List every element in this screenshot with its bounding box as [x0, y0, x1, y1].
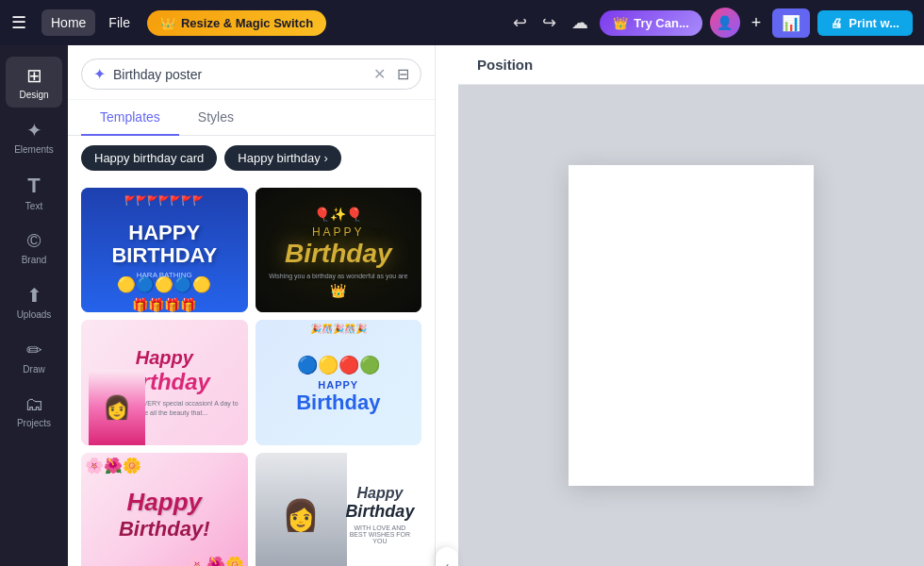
- ai-search-icon: ✦: [93, 65, 106, 83]
- print-button[interactable]: 🖨 Print w...: [817, 10, 913, 36]
- search-input[interactable]: [113, 67, 366, 82]
- card-6-birthday-text: Birthday: [345, 502, 414, 522]
- template-grid-container: 🚩🚩🚩🚩🚩🚩🚩 🟡🔵🟡🔵🟡 🎁🎁🎁🎁 HAPPY BIRTHDAY HARA B…: [68, 180, 435, 566]
- card-4-balloons: 🔵🟡🔴🟢: [297, 355, 380, 375]
- draw-icon: ✏: [26, 339, 42, 361]
- cloud-save-button[interactable]: ☁: [568, 8, 592, 37]
- card-2-tagline: Wishing you a birthday as wonderful as y…: [269, 273, 407, 279]
- canvas-header: Position: [458, 45, 924, 85]
- tab-styles[interactable]: Styles: [179, 100, 253, 136]
- template-grid: 🚩🚩🚩🚩🚩🚩🚩 🟡🔵🟡🔵🟡 🎁🎁🎁🎁 HAPPY BIRTHDAY HARA B…: [81, 188, 421, 566]
- canvas-page: [569, 165, 814, 486]
- redo-button[interactable]: ↪: [538, 8, 560, 37]
- card-4-birthday-text: Birthday: [296, 391, 380, 415]
- search-clear-button[interactable]: ✕: [373, 65, 386, 83]
- nav-home[interactable]: Home: [41, 9, 95, 36]
- card-6-happy-text: Happy: [356, 485, 403, 502]
- card-4-confetti: 🎉🎊🎉🎊🎉: [256, 324, 422, 334]
- sidebar: ⊞ Design ✦ Elements T Text © Brand ⬆ Upl…: [0, 45, 68, 566]
- nav-file[interactable]: File: [99, 9, 140, 36]
- card-2-crown: 👑: [330, 283, 346, 298]
- search-filter-button[interactable]: ⊟: [397, 65, 409, 83]
- card-4-happy-text: HAPPY: [318, 379, 358, 391]
- canvas-body[interactable]: [458, 85, 924, 566]
- card-3-photo: 👩: [89, 370, 145, 445]
- chip-happy-birthday-card[interactable]: Happy birthday card: [81, 145, 217, 171]
- sidebar-item-draw[interactable]: ✏ Draw: [6, 331, 62, 382]
- search-container: ✦ ✕ ⊟: [68, 45, 435, 100]
- templates-panel: ✦ ✕ ⊟ Templates Styles Happy birthday ca…: [68, 45, 436, 566]
- card-5-flowers-top: 🌸🌺🌼: [85, 457, 141, 474]
- template-card-floral-birthday[interactable]: 🌸🌺🌼 🌸🌺🌼 Happy Birthday!: [81, 453, 248, 566]
- sidebar-item-brand[interactable]: © Brand: [6, 223, 62, 273]
- tab-templates[interactable]: Templates: [81, 100, 179, 136]
- crown-icon: 👑: [160, 16, 175, 30]
- text-icon: T: [27, 174, 40, 198]
- topbar: ☰ Home File 👑 Resize & Magic Switch ↩ ↪ …: [0, 0, 924, 45]
- print-icon: 🖨: [831, 16, 843, 30]
- card-5-birthday-text: Birthday!: [119, 517, 210, 541]
- share-analytics-button[interactable]: 📊: [772, 8, 810, 38]
- user-avatar[interactable]: 👤: [710, 8, 740, 38]
- card-2-birthday-text: Birthday: [285, 239, 392, 269]
- chip-happy-birthday[interactable]: Happy birthday ›: [224, 145, 340, 171]
- uploads-icon: ⬆: [26, 284, 42, 307]
- card-2-happy-text: HAPPY: [312, 225, 365, 239]
- sidebar-item-uploads[interactable]: ⬆ Uploads: [6, 276, 62, 327]
- card-6-text-area: Happy Birthday WITH LOVE AND BEST WISHES…: [338, 453, 421, 566]
- card-2-gold-balloons: 🎈✨🎈: [314, 207, 362, 222]
- topbar-actions: ↩ ↪ ☁ 👑 Try Can... 👤 + 📊 🖨 Print w...: [509, 8, 913, 38]
- template-card-white-photo-birthday[interactable]: 👩 Happy Birthday WITH LOVE AND BEST WISH…: [256, 453, 422, 566]
- topbar-nav: Home File 👑 Resize & Magic Switch: [41, 9, 326, 36]
- card-1-title-line2: BIRTHDAY: [111, 244, 217, 267]
- panel-collapse-button[interactable]: ‹: [436, 547, 458, 566]
- undo-button[interactable]: ↩: [509, 8, 531, 37]
- card-5-flowers-bottom: 🌸🌺🌼: [188, 556, 244, 566]
- chevron-left-icon: ‹: [445, 558, 450, 566]
- try-canva-button[interactable]: 👑 Try Can...: [600, 10, 702, 36]
- filter-chips: Happy birthday card Happy birthday ›: [68, 136, 435, 180]
- resize-magic-switch-button[interactable]: 👑 Resize & Magic Switch: [147, 10, 326, 36]
- sidebar-item-projects[interactable]: 🗂 Projects: [6, 386, 62, 436]
- canvas-area: Position: [458, 45, 924, 566]
- card-5-happy-text: Happy: [127, 488, 202, 517]
- add-collaborator-button[interactable]: +: [748, 9, 766, 37]
- menu-icon[interactable]: ☰: [11, 12, 26, 33]
- template-card-dark-gold-birthday[interactable]: 🎈✨🎈 HAPPY Birthday Wishing you a birthda…: [256, 188, 422, 312]
- sidebar-item-text[interactable]: T Text: [6, 166, 62, 219]
- template-card-blue-birthday[interactable]: 🚩🚩🚩🚩🚩🚩🚩 🟡🔵🟡🔵🟡 🎁🎁🎁🎁 HAPPY BIRTHDAY HARA B…: [81, 188, 248, 312]
- brand-icon: ©: [27, 230, 41, 252]
- crown-icon-2: 👑: [613, 16, 628, 30]
- panel-tabs: Templates Styles: [68, 100, 435, 136]
- template-card-colorful-birthday[interactable]: 🎉🎊🎉🎊🎉 🔵🟡🔴🟢 HAPPY Birthday: [256, 320, 422, 444]
- main-layout: ⊞ Design ✦ Elements T Text © Brand ⬆ Upl…: [0, 45, 924, 566]
- elements-icon: ✦: [26, 119, 42, 142]
- card-3-happy-text: Happy: [136, 347, 193, 369]
- template-card-pink-photo-birthday[interactable]: 👩 Happy Birthday Your birthday is a VERY…: [81, 320, 248, 444]
- design-icon: ⊞: [26, 64, 42, 87]
- card-1-subtitle: HARA BATHING: [111, 271, 217, 279]
- card-6-sub-text: WITH LOVE AND BEST WISHES FOR YOU: [346, 524, 414, 544]
- card-6-photo: 👩: [256, 453, 347, 566]
- sidebar-item-elements[interactable]: ✦ Elements: [6, 111, 62, 162]
- projects-icon: 🗂: [25, 393, 43, 415]
- search-bar: ✦ ✕ ⊟: [81, 58, 421, 90]
- card-1-title-line1: HAPPY: [111, 222, 217, 244]
- sidebar-item-design[interactable]: ⊞ Design: [6, 57, 62, 108]
- canvas-header-title: Position: [477, 57, 533, 73]
